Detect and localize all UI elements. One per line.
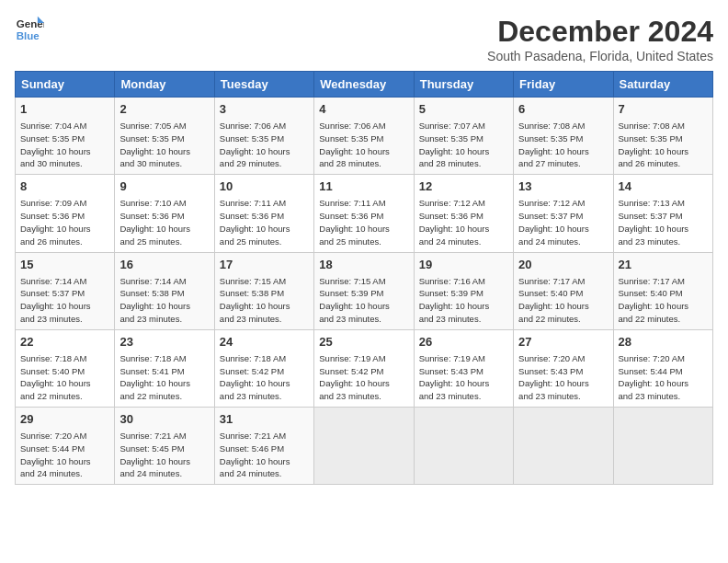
- day-info: Sunrise: 7:18 AM Sunset: 5:41 PM Dayligh…: [119, 352, 209, 403]
- calendar-day-cell: [414, 408, 513, 485]
- day-info: Sunrise: 7:08 AM Sunset: 5:35 PM Dayligh…: [619, 120, 708, 170]
- day-number: 29: [20, 411, 109, 428]
- day-number: 2: [119, 101, 209, 118]
- calendar-day-cell: 26Sunrise: 7:19 AM Sunset: 5:43 PM Dayli…: [414, 329, 513, 407]
- day-info: Sunrise: 7:17 AM Sunset: 5:40 PM Dayligh…: [518, 275, 608, 326]
- day-info: Sunrise: 7:11 AM Sunset: 5:36 PM Dayligh…: [319, 197, 408, 247]
- weekday-label: Tuesday: [214, 72, 313, 98]
- day-info: Sunrise: 7:21 AM Sunset: 5:46 PM Dayligh…: [220, 430, 309, 480]
- day-info: Sunrise: 7:04 AM Sunset: 5:35 PM Dayligh…: [20, 120, 109, 170]
- day-number: 22: [20, 334, 109, 350]
- day-info: Sunrise: 7:21 AM Sunset: 5:45 PM Dayligh…: [119, 430, 209, 480]
- calendar-week-row: 8Sunrise: 7:09 AM Sunset: 5:36 PM Daylig…: [16, 175, 713, 252]
- weekday-label: Sunday: [16, 72, 115, 98]
- day-info: Sunrise: 7:11 AM Sunset: 5:36 PM Dayligh…: [220, 197, 309, 247]
- day-info: Sunrise: 7:20 AM Sunset: 5:43 PM Dayligh…: [518, 352, 608, 403]
- calendar-day-cell: 8Sunrise: 7:09 AM Sunset: 5:36 PM Daylig…: [16, 175, 115, 252]
- day-number: 24: [220, 334, 309, 350]
- day-info: Sunrise: 7:08 AM Sunset: 5:35 PM Dayligh…: [518, 120, 608, 170]
- calendar-week-row: 29Sunrise: 7:20 AM Sunset: 5:44 PM Dayli…: [16, 408, 713, 485]
- calendar-day-cell: 13Sunrise: 7:12 AM Sunset: 5:37 PM Dayli…: [514, 175, 613, 252]
- day-info: Sunrise: 7:14 AM Sunset: 5:38 PM Dayligh…: [119, 275, 209, 326]
- day-info: Sunrise: 7:14 AM Sunset: 5:37 PM Dayligh…: [20, 275, 109, 326]
- day-info: Sunrise: 7:07 AM Sunset: 5:35 PM Dayligh…: [419, 120, 508, 170]
- calendar-body: 1Sunrise: 7:04 AM Sunset: 5:35 PM Daylig…: [16, 98, 713, 485]
- calendar-day-cell: 14Sunrise: 7:13 AM Sunset: 5:37 PM Dayli…: [613, 175, 712, 252]
- day-info: Sunrise: 7:06 AM Sunset: 5:35 PM Dayligh…: [220, 120, 309, 170]
- day-number: 23: [119, 334, 209, 350]
- calendar-day-cell: 6Sunrise: 7:08 AM Sunset: 5:35 PM Daylig…: [514, 98, 613, 175]
- calendar-day-cell: 20Sunrise: 7:17 AM Sunset: 5:40 PM Dayli…: [514, 252, 613, 329]
- calendar-subtitle: South Pasadena, Florida, United States: [487, 49, 713, 63]
- day-info: Sunrise: 7:20 AM Sunset: 5:44 PM Dayligh…: [20, 430, 109, 480]
- day-info: Sunrise: 7:18 AM Sunset: 5:42 PM Dayligh…: [220, 352, 309, 403]
- day-info: Sunrise: 7:12 AM Sunset: 5:36 PM Dayligh…: [419, 197, 508, 247]
- calendar-day-cell: 30Sunrise: 7:21 AM Sunset: 5:45 PM Dayli…: [115, 408, 214, 485]
- calendar-day-cell: 3Sunrise: 7:06 AM Sunset: 5:35 PM Daylig…: [214, 98, 313, 175]
- calendar-day-cell: 15Sunrise: 7:14 AM Sunset: 5:37 PM Dayli…: [16, 252, 115, 329]
- day-number: 21: [619, 257, 708, 273]
- weekday-label: Monday: [115, 72, 214, 98]
- calendar-day-cell: 22Sunrise: 7:18 AM Sunset: 5:40 PM Dayli…: [16, 329, 115, 407]
- title-block: December 2024 South Pasadena, Florida, U…: [487, 15, 713, 63]
- calendar-day-cell: 25Sunrise: 7:19 AM Sunset: 5:42 PM Dayli…: [314, 329, 414, 407]
- calendar-day-cell: 28Sunrise: 7:20 AM Sunset: 5:44 PM Dayli…: [613, 329, 712, 407]
- day-number: 27: [518, 334, 608, 350]
- day-number: 26: [419, 334, 508, 350]
- calendar-table: SundayMondayTuesdayWednesdayThursdayFrid…: [15, 71, 713, 485]
- day-info: Sunrise: 7:18 AM Sunset: 5:40 PM Dayligh…: [20, 352, 109, 403]
- day-number: 28: [619, 334, 708, 350]
- day-number: 10: [220, 178, 309, 195]
- weekday-label: Wednesday: [314, 72, 414, 98]
- weekday-label: Friday: [514, 72, 613, 98]
- day-number: 12: [419, 178, 508, 195]
- day-number: 5: [419, 101, 508, 118]
- day-number: 3: [220, 101, 309, 118]
- weekday-header-row: SundayMondayTuesdayWednesdayThursdayFrid…: [16, 72, 713, 98]
- calendar-week-row: 15Sunrise: 7:14 AM Sunset: 5:37 PM Dayli…: [16, 252, 713, 329]
- day-number: 20: [518, 257, 608, 273]
- day-info: Sunrise: 7:19 AM Sunset: 5:42 PM Dayligh…: [319, 352, 408, 403]
- calendar-day-cell: [613, 408, 712, 485]
- calendar-day-cell: 31Sunrise: 7:21 AM Sunset: 5:46 PM Dayli…: [214, 408, 313, 485]
- calendar-day-cell: 7Sunrise: 7:08 AM Sunset: 5:35 PM Daylig…: [613, 98, 712, 175]
- weekday-label: Thursday: [414, 72, 513, 98]
- day-info: Sunrise: 7:16 AM Sunset: 5:39 PM Dayligh…: [419, 275, 508, 326]
- day-info: Sunrise: 7:19 AM Sunset: 5:43 PM Dayligh…: [419, 352, 508, 403]
- day-info: Sunrise: 7:20 AM Sunset: 5:44 PM Dayligh…: [619, 352, 708, 403]
- calendar-day-cell: 12Sunrise: 7:12 AM Sunset: 5:36 PM Dayli…: [414, 175, 513, 252]
- calendar-day-cell: 24Sunrise: 7:18 AM Sunset: 5:42 PM Dayli…: [214, 329, 313, 407]
- calendar-day-cell: 2Sunrise: 7:05 AM Sunset: 5:35 PM Daylig…: [115, 98, 214, 175]
- calendar-day-cell: 18Sunrise: 7:15 AM Sunset: 5:39 PM Dayli…: [314, 252, 414, 329]
- calendar-day-cell: 10Sunrise: 7:11 AM Sunset: 5:36 PM Dayli…: [214, 175, 313, 252]
- day-number: 8: [20, 178, 109, 195]
- day-info: Sunrise: 7:06 AM Sunset: 5:35 PM Dayligh…: [319, 120, 408, 170]
- day-info: Sunrise: 7:15 AM Sunset: 5:39 PM Dayligh…: [319, 275, 408, 326]
- day-number: 4: [319, 101, 408, 118]
- day-info: Sunrise: 7:10 AM Sunset: 5:36 PM Dayligh…: [119, 197, 209, 247]
- day-info: Sunrise: 7:12 AM Sunset: 5:37 PM Dayligh…: [518, 197, 608, 247]
- day-number: 16: [119, 257, 209, 273]
- day-number: 11: [319, 178, 408, 195]
- logo: General Blue: [15, 15, 44, 44]
- day-number: 25: [319, 334, 408, 350]
- calendar-week-row: 22Sunrise: 7:18 AM Sunset: 5:40 PM Dayli…: [16, 329, 713, 407]
- calendar-day-cell: 23Sunrise: 7:18 AM Sunset: 5:41 PM Dayli…: [115, 329, 214, 407]
- weekday-label: Saturday: [613, 72, 712, 98]
- calendar-day-cell: 19Sunrise: 7:16 AM Sunset: 5:39 PM Dayli…: [414, 252, 513, 329]
- calendar-day-cell: [514, 408, 613, 485]
- calendar-day-cell: 4Sunrise: 7:06 AM Sunset: 5:35 PM Daylig…: [314, 98, 414, 175]
- page-header: General Blue December 2024 South Pasaden…: [15, 15, 713, 63]
- day-number: 17: [220, 257, 309, 273]
- calendar-day-cell: 21Sunrise: 7:17 AM Sunset: 5:40 PM Dayli…: [613, 252, 712, 329]
- day-number: 13: [518, 178, 608, 195]
- day-info: Sunrise: 7:13 AM Sunset: 5:37 PM Dayligh…: [619, 197, 708, 247]
- calendar-day-cell: [314, 408, 414, 485]
- day-number: 1: [20, 101, 109, 118]
- day-number: 18: [319, 257, 408, 273]
- calendar-day-cell: 27Sunrise: 7:20 AM Sunset: 5:43 PM Dayli…: [514, 329, 613, 407]
- day-number: 9: [119, 178, 209, 195]
- calendar-day-cell: 17Sunrise: 7:15 AM Sunset: 5:38 PM Dayli…: [214, 252, 313, 329]
- day-number: 19: [419, 257, 508, 273]
- day-number: 7: [619, 101, 708, 118]
